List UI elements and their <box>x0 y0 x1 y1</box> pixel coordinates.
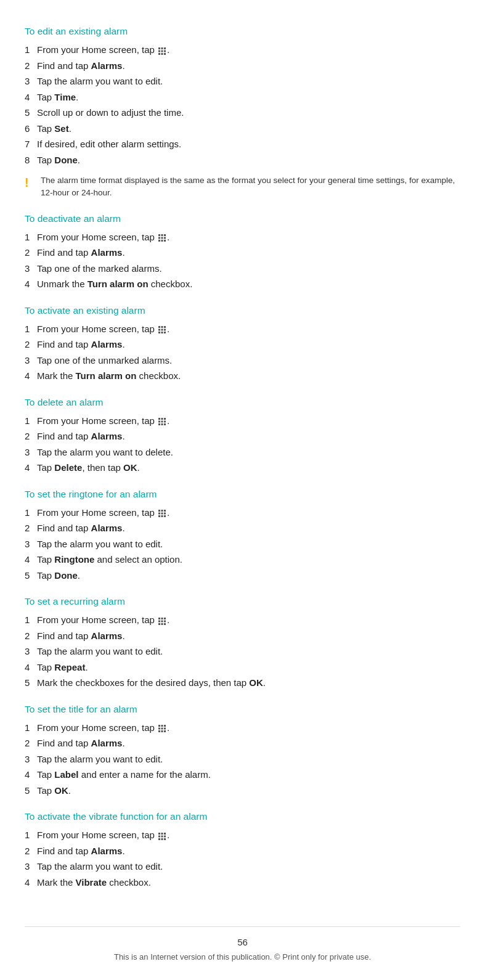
step-item: 1From your Home screen, tap . <box>25 322 460 337</box>
step-list-vibrate-alarm: 1From your Home screen, tap .2Find and t… <box>25 828 460 889</box>
svg-rect-38 <box>164 510 166 512</box>
step-item: 4Tap Label and enter a name for the alar… <box>25 768 460 782</box>
svg-rect-49 <box>161 620 163 622</box>
svg-rect-70 <box>161 838 163 840</box>
svg-rect-32 <box>164 421 166 423</box>
step-text: From your Home screen, tap . <box>37 231 169 245</box>
svg-rect-61 <box>161 730 163 732</box>
svg-rect-48 <box>158 620 160 622</box>
svg-rect-33 <box>158 423 160 425</box>
page-footer: 56 This is an Internet version of this p… <box>25 926 460 962</box>
step-number: 1 <box>25 322 37 337</box>
notice-box: !The alarm time format displayed is the … <box>25 174 460 200</box>
step-text: Tap the alarm you want to edit. <box>37 645 163 659</box>
grid-icon <box>157 325 167 334</box>
svg-rect-54 <box>158 725 160 727</box>
section-recurring-alarm: To set a recurring alarm1From your Home … <box>25 596 460 690</box>
step-text: Tap Set. <box>37 122 71 136</box>
step-text: Tap OK. <box>37 784 71 798</box>
section-title-activate-alarm: To activate an existing alarm <box>25 305 460 316</box>
section-vibrate-alarm: To activate the vibrate function for an … <box>25 811 460 889</box>
step-text: From your Home screen, tap . <box>37 322 169 337</box>
svg-rect-68 <box>164 835 166 837</box>
svg-rect-55 <box>161 725 163 727</box>
section-delete-alarm: To delete an alarm1From your Home screen… <box>25 397 460 475</box>
svg-rect-1 <box>161 47 163 49</box>
grid-icon <box>157 46 167 55</box>
svg-rect-23 <box>164 329 166 331</box>
svg-rect-65 <box>164 833 166 835</box>
step-number: 1 <box>25 613 37 627</box>
svg-rect-16 <box>161 240 163 242</box>
step-text: Tap one of the marked alarms. <box>37 262 162 276</box>
step-number: 1 <box>25 43 37 57</box>
step-number: 4 <box>25 876 37 890</box>
step-text: Find and tap Alarms. <box>37 246 125 260</box>
step-text: From your Home screen, tap . <box>37 414 169 428</box>
svg-rect-15 <box>158 240 160 242</box>
step-item: 1From your Home screen, tap . <box>25 721 460 735</box>
step-number: 2 <box>25 246 37 260</box>
step-number: 7 <box>25 137 37 152</box>
svg-rect-11 <box>164 234 166 236</box>
grid-icon <box>157 508 167 518</box>
step-number: 3 <box>25 446 37 460</box>
svg-rect-58 <box>161 728 163 730</box>
step-number: 4 <box>25 661 37 675</box>
section-title-deactivate-alarm: To deactivate an alarm <box>25 213 460 224</box>
svg-rect-66 <box>158 835 160 837</box>
step-number: 5 <box>25 676 37 690</box>
step-number: 4 <box>25 369 37 383</box>
step-text: Find and tap Alarms. <box>37 430 125 444</box>
step-text: Find and tap Alarms. <box>37 844 125 859</box>
step-item: 7If desired, edit other alarm settings. <box>25 137 460 152</box>
step-text: Scroll up or down to adjust the time. <box>37 106 184 120</box>
grid-icon <box>157 724 167 733</box>
svg-rect-26 <box>164 332 166 333</box>
step-number: 3 <box>25 75 37 89</box>
section-title-ringtone-alarm: To set the ringtone for an alarm <box>25 489 460 500</box>
grid-icon <box>157 831 167 840</box>
step-item: 4Mark the Turn alarm on checkbox. <box>25 369 460 383</box>
svg-rect-41 <box>164 513 166 515</box>
step-number: 3 <box>25 537 37 552</box>
step-item: 1From your Home screen, tap . <box>25 414 460 428</box>
step-text: From your Home screen, tap . <box>37 828 169 843</box>
step-number: 2 <box>25 629 37 643</box>
step-text: Tap Label and enter a name for the alarm… <box>37 768 211 782</box>
svg-rect-34 <box>161 423 163 425</box>
step-item: 4Tap Delete, then tap OK. <box>25 461 460 475</box>
svg-rect-24 <box>158 332 160 333</box>
step-list-edit-alarm: 1From your Home screen, tap .2Find and t… <box>25 43 460 167</box>
step-item: 3Tap the alarm you want to edit. <box>25 753 460 767</box>
step-text: Tap Time. <box>37 91 78 105</box>
svg-rect-46 <box>161 618 163 619</box>
step-item: 5Tap Done. <box>25 569 460 583</box>
svg-rect-35 <box>164 423 166 425</box>
page-content: To edit an existing alarm1From your Home… <box>25 26 460 889</box>
step-number: 2 <box>25 59 37 73</box>
step-number: 4 <box>25 553 37 567</box>
step-number: 3 <box>25 354 37 368</box>
step-text: Find and tap Alarms. <box>37 338 125 352</box>
page-number: 56 <box>25 937 460 947</box>
step-number: 1 <box>25 828 37 843</box>
step-item: 6Tap Set. <box>25 122 460 136</box>
step-item: 3Tap one of the unmarked alarms. <box>25 354 460 368</box>
section-title-edit-alarm: To edit an existing alarm <box>25 26 460 37</box>
step-text: Tap the alarm you want to edit. <box>37 860 163 874</box>
grid-icon <box>157 417 167 426</box>
svg-rect-56 <box>164 725 166 727</box>
step-text: From your Home screen, tap . <box>37 721 169 735</box>
step-list-ringtone-alarm: 1From your Home screen, tap .2Find and t… <box>25 506 460 583</box>
step-item: 5Scroll up or down to adjust the time. <box>25 106 460 120</box>
svg-rect-10 <box>161 234 163 236</box>
step-item: 3Tap the alarm you want to delete. <box>25 446 460 460</box>
step-number: 3 <box>25 262 37 276</box>
svg-rect-20 <box>164 326 166 328</box>
step-number: 2 <box>25 521 37 536</box>
step-item: 2Find and tap Alarms. <box>25 59 460 73</box>
svg-rect-4 <box>161 50 163 52</box>
step-text: Mark the checkboxes for the desired days… <box>37 676 266 690</box>
grid-icon <box>157 616 167 625</box>
